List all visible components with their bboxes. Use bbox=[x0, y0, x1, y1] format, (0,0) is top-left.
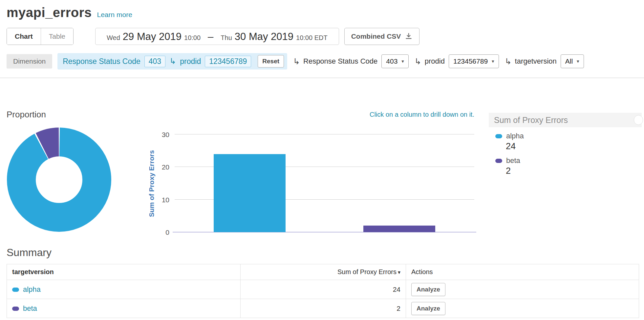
drilldown-hint: Click on a column to drill down on it. bbox=[370, 111, 474, 118]
legend-value: 24 bbox=[506, 141, 642, 152]
drill-arrow-icon: ↳ bbox=[505, 57, 512, 66]
analyze-button[interactable]: Analyze bbox=[411, 283, 445, 296]
caret-down-icon: ▾ bbox=[492, 58, 494, 64]
analyze-button[interactable]: Analyze bbox=[411, 302, 445, 315]
filter-value: 123456789 bbox=[205, 56, 251, 67]
proportion-title: Proportion bbox=[7, 110, 46, 120]
legend-title: Sum of Proxy Errors bbox=[494, 115, 568, 125]
drill-arrow-icon: ↳ bbox=[415, 57, 421, 66]
column-header-targetversion: targetversion bbox=[7, 264, 241, 280]
summary-heading: Summary bbox=[7, 247, 637, 259]
page-title: myapi_errors bbox=[7, 5, 92, 20]
table-row: beta 2 Analyze bbox=[7, 299, 639, 318]
download-icon bbox=[405, 32, 413, 40]
summary-section: Summary targetversion Sum of Proxy Error… bbox=[7, 247, 637, 318]
chart-view-button[interactable]: Chart bbox=[7, 28, 41, 45]
start-day: Wed bbox=[107, 34, 120, 42]
dimension-label: Dimension bbox=[7, 54, 52, 69]
row-swatch-beta bbox=[12, 307, 19, 311]
table-view-button[interactable]: Table bbox=[41, 28, 73, 45]
column-header-metric[interactable]: Sum of Proxy Errors▾ bbox=[241, 264, 406, 280]
summary-table: targetversion Sum of Proxy Errors▾ Actio… bbox=[7, 264, 639, 318]
combined-csv-label: Combined CSV bbox=[351, 32, 401, 40]
y-tick-label: 0 bbox=[153, 229, 169, 236]
start-date: 29 May 2019 bbox=[123, 31, 182, 43]
filter-name: Response Status Code bbox=[63, 57, 140, 66]
filter-name: prodid bbox=[180, 57, 201, 66]
learn-more-link[interactable]: Learn more bbox=[97, 11, 132, 19]
dimension-link-alpha[interactable]: alpha bbox=[23, 285, 41, 293]
drilldown-label-targetversion: targetversion bbox=[515, 57, 557, 66]
date-range-picker[interactable]: Wed 29 May 2019 10:00 – Thu 30 May 2019 … bbox=[95, 28, 339, 45]
date-range-separator: – bbox=[208, 31, 213, 43]
legend-scroll-pill bbox=[634, 115, 643, 125]
legend-label: alpha bbox=[506, 132, 524, 140]
table-header-row: targetversion Sum of Proxy Errors▾ Actio… bbox=[7, 264, 639, 280]
legend-swatch-beta bbox=[495, 159, 502, 163]
table-row: alpha 24 Analyze bbox=[7, 280, 639, 299]
drilldown-value: All bbox=[565, 57, 573, 65]
drill-arrow-icon: ↳ bbox=[293, 57, 300, 66]
toolbar: Chart Table Wed 29 May 2019 10:00 – Thu … bbox=[7, 28, 644, 45]
legend-header: Sum of Proxy Errors bbox=[489, 113, 642, 127]
drilldown-label-prodid: prodid bbox=[425, 57, 445, 66]
dimension-link-beta[interactable]: beta bbox=[23, 304, 37, 312]
chart-area: Proportion Click on a column to drill do… bbox=[0, 78, 644, 242]
legend-swatch-alpha bbox=[495, 134, 502, 138]
end-date: 30 May 2019 bbox=[235, 31, 293, 43]
bar-chart-y-axis-title: Sum of Proxy Errors bbox=[148, 150, 156, 217]
bar-alpha[interactable] bbox=[214, 154, 286, 232]
filter-value: 403 bbox=[144, 56, 165, 67]
metric-cell: 24 bbox=[241, 280, 406, 299]
column-header-actions: Actions bbox=[406, 264, 639, 280]
legend-panel: Sum of Proxy Errors alpha 24 beta 2 bbox=[489, 113, 642, 176]
drilldown-value: 403 bbox=[386, 57, 397, 65]
proportion-donut-chart bbox=[7, 127, 112, 232]
column-header-metric-label: Sum of Proxy Errors bbox=[337, 268, 397, 275]
caret-down-icon: ▾ bbox=[577, 58, 579, 64]
y-tick-label: 20 bbox=[153, 164, 169, 170]
donut-slice-alpha bbox=[21, 142, 97, 217]
reset-button[interactable]: Reset bbox=[258, 55, 284, 68]
drilldown-select-prodid[interactable]: 123456789 ▾ bbox=[449, 54, 499, 68]
legend-value: 2 bbox=[506, 166, 642, 176]
gridline bbox=[175, 134, 474, 134]
caret-down-icon: ▾ bbox=[401, 58, 404, 64]
dimension-bar: Dimension Response Status Code 403 ↳ pro… bbox=[7, 53, 644, 69]
bar-chart: 0102030 bbox=[175, 134, 474, 232]
combined-csv-button[interactable]: Combined CSV bbox=[344, 28, 420, 45]
drilldown-select-targetversion[interactable]: All ▾ bbox=[561, 54, 584, 68]
y-tick-label: 10 bbox=[153, 196, 169, 203]
legend-item: beta bbox=[495, 156, 642, 165]
view-toggle: Chart Table bbox=[7, 28, 74, 45]
end-time: 10:00 EDT bbox=[296, 34, 328, 42]
start-time: 10:00 bbox=[184, 34, 201, 42]
legend-item: alpha bbox=[495, 131, 642, 141]
report-page: myapi_errors Learn more Chart Table Wed … bbox=[0, 0, 644, 320]
legend-label: beta bbox=[506, 156, 520, 165]
drilldown-select-response-status-code[interactable]: 403 ▾ bbox=[381, 54, 409, 68]
row-swatch-alpha bbox=[12, 288, 19, 292]
drilldown-label-response-status-code: Response Status Code bbox=[303, 57, 377, 66]
end-day: Thu bbox=[221, 34, 232, 42]
metric-cell: 2 bbox=[241, 299, 406, 318]
y-tick-label: 30 bbox=[153, 131, 169, 138]
report-header: myapi_errors Learn more bbox=[0, 0, 644, 20]
sort-desc-icon: ▾ bbox=[398, 270, 400, 275]
bar-beta[interactable] bbox=[363, 226, 435, 232]
drilldown-value: 123456789 bbox=[453, 57, 488, 65]
drill-arrow-icon: ↳ bbox=[169, 57, 176, 66]
applied-filters: Response Status Code 403 ↳ prodid 123456… bbox=[57, 53, 287, 70]
